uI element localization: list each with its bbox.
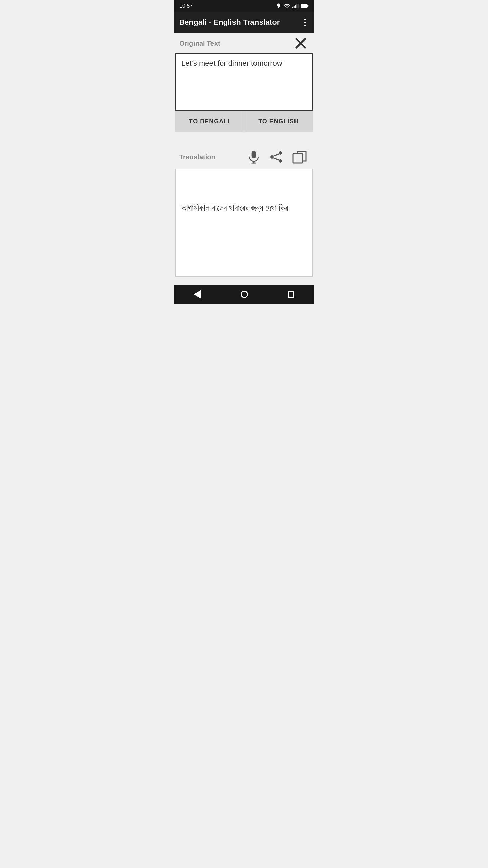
svg-rect-2 [294, 6, 295, 8]
home-icon [241, 291, 248, 298]
status-time: 10:57 [179, 3, 193, 9]
share-icon [269, 151, 283, 163]
recents-icon [288, 291, 294, 298]
translation-section: Translation [174, 145, 314, 277]
app-bar: Bengali - English Translator [174, 12, 314, 33]
svg-rect-7 [301, 5, 307, 7]
app-title: Bengali - English Translator [179, 18, 280, 27]
svg-rect-9 [252, 151, 256, 158]
status-bar: 10:57 [174, 0, 314, 12]
signal-icon [292, 3, 299, 9]
battery-icon [301, 4, 309, 8]
svg-rect-1 [292, 7, 293, 8]
svg-rect-4 [296, 4, 297, 8]
copy-icon [292, 150, 307, 164]
translation-text: আগামীকাল রাতের খাবারের জন্য দেখা কির [181, 175, 307, 214]
home-button[interactable] [234, 288, 255, 301]
copy-button[interactable] [291, 149, 309, 165]
clear-button[interactable] [292, 37, 309, 50]
close-icon [294, 39, 307, 48]
original-text-header: Original Text [174, 33, 314, 53]
listen-button[interactable] [246, 149, 261, 165]
spacer [174, 132, 314, 145]
translation-header: Translation [174, 145, 314, 169]
svg-line-16 [274, 158, 279, 160]
translation-buttons: TO BENGALI TO ENGLISH [175, 111, 313, 132]
svg-rect-3 [295, 5, 296, 8]
bottom-nav [174, 285, 314, 304]
svg-point-13 [270, 155, 274, 159]
wifi-icon [284, 3, 290, 9]
more-menu-button[interactable] [302, 16, 309, 29]
svg-line-15 [274, 154, 279, 156]
translation-output: আগামীকাল রাতের খাবারের জন্য দেখা কির [175, 169, 313, 277]
to-english-button[interactable]: TO ENGLISH [244, 111, 313, 132]
mic-icon [248, 150, 260, 164]
original-text-input[interactable] [181, 59, 307, 103]
main-content: Original Text TO BENGALI TO ENGLISH Tran… [174, 33, 314, 285]
status-icons [276, 3, 309, 9]
to-bengali-button[interactable]: TO BENGALI [175, 111, 244, 132]
svg-rect-17 [293, 154, 303, 163]
translation-label: Translation [179, 153, 216, 161]
original-text-label: Original Text [179, 40, 220, 47]
svg-point-12 [279, 151, 282, 155]
back-icon [194, 290, 201, 299]
location-icon [276, 3, 282, 9]
back-button[interactable] [187, 287, 208, 301]
svg-rect-5 [298, 4, 299, 8]
svg-rect-8 [308, 5, 309, 7]
svg-point-14 [279, 159, 282, 163]
original-text-container [175, 53, 313, 111]
share-button[interactable] [268, 150, 284, 164]
recents-button[interactable] [281, 288, 301, 300]
